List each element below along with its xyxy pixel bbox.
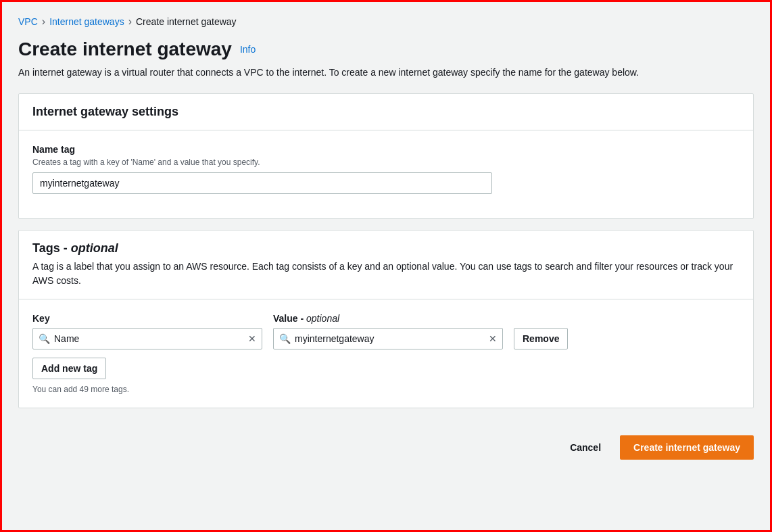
tags-section-body: Key 🔍 ✕ Value - optional 🔍 ✕	[19, 299, 753, 408]
tags-row: Key 🔍 ✕ Value - optional 🔍 ✕	[32, 313, 740, 349]
tags-title-italic: optional	[71, 241, 118, 255]
settings-card: Internet gateway settings Name tag Creat…	[18, 93, 754, 219]
breadcrumb-separator-2: ›	[128, 16, 132, 28]
breadcrumb-internet-gateways[interactable]: Internet gateways	[49, 16, 124, 27]
value-search-icon: 🔍	[279, 333, 291, 344]
breadcrumb-separator-1: ›	[42, 16, 45, 28]
cancel-button[interactable]: Cancel	[559, 437, 612, 458]
name-tag-label: Name tag	[32, 144, 740, 155]
tags-section-header: Tags - optional A tag is a label that yo…	[19, 231, 753, 299]
page-description: An internet gateway is a virtual router …	[18, 66, 735, 80]
remove-col: Remove	[514, 328, 568, 349]
actions-bar: Cancel Create internet gateway	[18, 425, 754, 460]
breadcrumb: VPC › Internet gateways › Create interne…	[18, 16, 754, 28]
breadcrumb-current: Create internet gateway	[136, 16, 237, 27]
settings-section-body: Name tag Creates a tag with a key of 'Na…	[19, 130, 753, 218]
value-input-wrapper: 🔍 ✕	[273, 328, 503, 349]
value-col-label: Value - optional	[273, 313, 503, 324]
tags-footer-note: You can add 49 more tags.	[32, 385, 740, 394]
name-tag-input[interactable]	[32, 172, 492, 194]
tags-section-title: Tags - optional	[32, 241, 740, 256]
remove-button[interactable]: Remove	[514, 328, 568, 349]
value-clear-icon[interactable]: ✕	[489, 334, 497, 343]
value-input[interactable]	[295, 333, 485, 344]
name-tag-hint: Creates a tag with a key of 'Name' and a…	[32, 158, 740, 167]
value-col-label-prefix: Value -	[273, 313, 306, 324]
info-link[interactable]: Info	[240, 44, 256, 55]
key-input-wrapper: 🔍 ✕	[32, 328, 262, 349]
name-tag-field: Name tag Creates a tag with a key of 'Na…	[32, 144, 740, 194]
key-column: Key 🔍 ✕	[32, 313, 262, 349]
breadcrumb-vpc[interactable]: VPC	[18, 16, 38, 27]
value-col-label-italic: optional	[306, 313, 339, 324]
page-title: Create internet gateway	[18, 39, 232, 60]
tags-card: Tags - optional A tag is a label that yo…	[18, 230, 754, 408]
key-clear-icon[interactable]: ✕	[248, 334, 256, 343]
key-search-icon: 🔍	[39, 333, 50, 344]
tags-title-prefix: Tags -	[32, 241, 71, 255]
value-column: Value - optional 🔍 ✕	[273, 313, 503, 349]
settings-section-header: Internet gateway settings	[19, 94, 753, 130]
tags-description: A tag is a label that you assign to an A…	[32, 260, 735, 288]
key-input[interactable]	[54, 333, 244, 344]
add-new-tag-button[interactable]: Add new tag	[32, 358, 106, 379]
create-internet-gateway-button[interactable]: Create internet gateway	[620, 435, 754, 460]
key-col-label: Key	[32, 313, 262, 324]
settings-section-title: Internet gateway settings	[32, 105, 178, 118]
